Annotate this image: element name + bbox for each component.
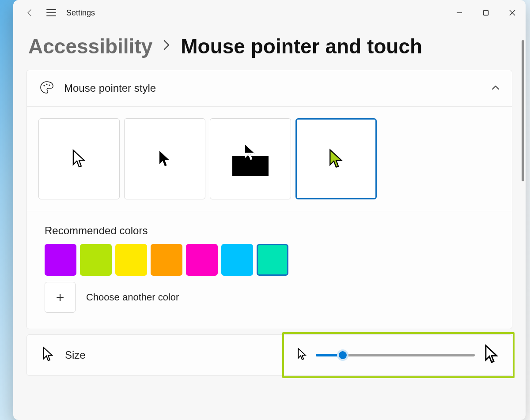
cursor-icon (42, 346, 54, 364)
color-swatch[interactable] (151, 244, 182, 276)
color-swatch[interactable] (257, 244, 288, 276)
breadcrumb: Accessibility Mouse pointer and touch (13, 26, 526, 63)
pointer-style-options (27, 107, 512, 211)
color-swatch[interactable] (45, 244, 76, 276)
window-controls (446, 4, 526, 22)
pointer-style-black[interactable] (124, 118, 205, 199)
cursor-large-icon (484, 344, 500, 366)
cursor-icon (330, 150, 341, 167)
svg-point-2 (46, 83, 47, 85)
choose-color-row[interactable]: + Choose another color (45, 282, 494, 313)
plus-icon[interactable]: + (45, 282, 76, 313)
color-swatch[interactable] (221, 244, 253, 276)
maximize-button[interactable] (473, 4, 499, 22)
choose-color-label: Choose another color (86, 292, 179, 303)
app-title: Settings (66, 8, 95, 18)
pointer-style-inverted[interactable] (210, 118, 291, 199)
slider-thumb[interactable] (337, 349, 348, 361)
pointer-style-white[interactable] (38, 118, 120, 199)
recommended-colors-label: Recommended colors (45, 225, 494, 237)
minimize-button[interactable] (446, 4, 473, 22)
scroll-thumb[interactable] (522, 40, 524, 181)
chevron-up-icon (492, 84, 500, 92)
pointer-style-custom[interactable] (295, 118, 377, 199)
color-swatch[interactable] (115, 244, 147, 276)
close-button[interactable] (499, 4, 526, 22)
color-swatches (45, 244, 494, 276)
pointer-style-label: Mouse pointer style (64, 82, 156, 94)
size-label: Size (65, 349, 86, 361)
svg-point-1 (43, 85, 45, 86)
recommended-colors: Recommended colors + Choose another colo… (27, 211, 512, 329)
breadcrumb-parent[interactable]: Accessibility (28, 34, 152, 58)
titlebar: Settings (13, 0, 526, 26)
size-highlight-box (282, 332, 515, 378)
svg-rect-0 (484, 11, 488, 15)
pointer-style-header[interactable]: Mouse pointer style (27, 70, 512, 106)
color-swatch[interactable] (186, 244, 218, 276)
size-panel: Size (26, 334, 512, 376)
chevron-right-icon (162, 38, 171, 55)
back-button[interactable] (19, 0, 41, 26)
page-title: Mouse pointer and touch (181, 34, 422, 58)
palette-icon (39, 80, 54, 97)
svg-point-3 (49, 84, 50, 86)
size-slider[interactable] (316, 354, 475, 356)
settings-window: Settings Accessibility Mouse pointer and… (13, 0, 526, 420)
cursor-small-icon (297, 348, 307, 363)
menu-button[interactable] (41, 0, 62, 26)
scrollbar[interactable] (519, 38, 526, 420)
pointer-style-panel: Mouse pointer style (26, 70, 512, 329)
color-swatch[interactable] (80, 244, 112, 276)
